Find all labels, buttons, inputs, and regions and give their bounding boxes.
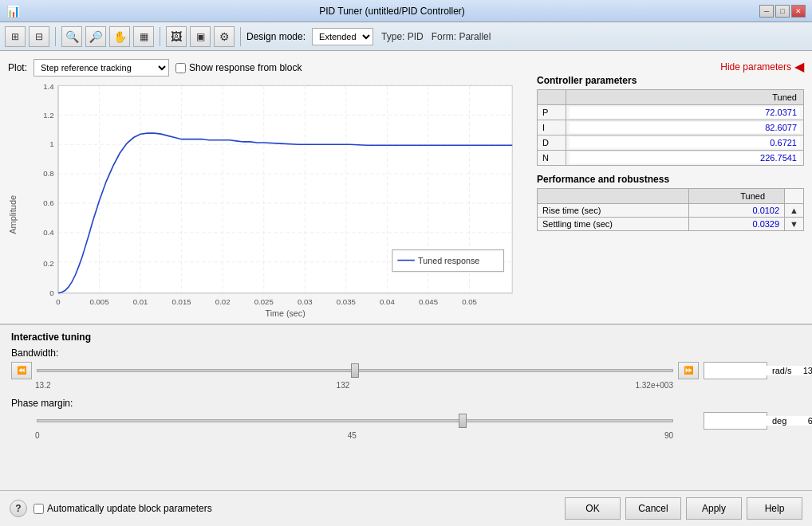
toolbar-btn-open[interactable]: ⊟ xyxy=(29,26,49,47)
toolbar-separator-1 xyxy=(55,27,56,46)
auto-update-label: Automatically update block parameters xyxy=(47,503,212,514)
window-controls: ─ □ ✕ xyxy=(759,5,806,18)
bandwidth-forward-button[interactable]: ⏩ xyxy=(678,362,699,379)
auto-update-checkbox[interactable] xyxy=(34,504,44,514)
phase-margin-slider-row: ▲ ▼ deg xyxy=(11,412,801,430)
controller-params-col-empty xyxy=(538,90,566,105)
plot-type-select[interactable]: Step reference tracking xyxy=(34,59,169,77)
performance-row-value: 0.0102 xyxy=(689,204,785,218)
type-label: Type: PID xyxy=(381,31,424,42)
bandwidth-value-box: ▲ ▼ xyxy=(704,362,767,379)
tuning-area: Interactive tuning Bandwidth: ⏪ ⏩ ▲ ▼ xyxy=(0,324,812,491)
controller-param-value[interactable] xyxy=(566,105,804,120)
svg-text:0: 0 xyxy=(56,297,61,306)
controller-params-table: Tuned P I D N xyxy=(537,89,804,166)
bandwidth-unit: rad/s xyxy=(772,366,801,375)
toolbar-btn-pan[interactable]: ✋ xyxy=(109,26,130,47)
toolbar-btn-zoom-in[interactable]: 🔍 xyxy=(61,26,82,47)
performance-row: Rise time (sec) 0.0102 ▲ xyxy=(538,204,804,218)
chart-wrapper: Amplitude xyxy=(8,81,521,324)
chart-svg: 0 0.2 0.4 0.6 0.8 1 1.2 1.4 0 0.005 0.01… xyxy=(24,81,521,324)
plot-label: Plot: xyxy=(8,62,27,73)
svg-text:Tuned response: Tuned response xyxy=(418,256,479,265)
close-button[interactable]: ✕ xyxy=(791,5,806,18)
performance-row-label: Rise time (sec) xyxy=(538,204,689,218)
cancel-button[interactable]: Cancel xyxy=(625,497,681,520)
maximize-button[interactable]: □ xyxy=(775,5,790,18)
toolbar-separator-3 xyxy=(240,27,241,46)
controller-param-value[interactable] xyxy=(566,120,804,135)
hide-params-arrow-icon: ◀ xyxy=(794,59,804,74)
bandwidth-tick-right: 1.32e+003 xyxy=(635,381,673,390)
chart-container: 0 0.2 0.4 0.6 0.8 1 1.2 1.4 0 0.005 0.01… xyxy=(24,81,521,324)
svg-text:0.045: 0.045 xyxy=(419,297,438,306)
controller-param-label: N xyxy=(538,151,566,166)
phase-margin-tick-left: 0 xyxy=(35,431,40,440)
y-axis-label: Amplitude xyxy=(8,81,24,324)
toolbar-btn-new[interactable]: ⊞ xyxy=(5,26,26,47)
toolbar-btn-grid[interactable]: ▦ xyxy=(133,26,154,47)
controller-param-value[interactable] xyxy=(566,151,804,166)
bandwidth-rewind-button[interactable]: ⏪ xyxy=(11,362,32,379)
hide-params-link[interactable]: Hide parameters ◀ xyxy=(720,59,804,74)
svg-text:0: 0 xyxy=(49,289,54,297)
phase-margin-unit: deg xyxy=(772,416,801,426)
toolbar-btn-zoom-out[interactable]: 🔍 xyxy=(85,26,106,47)
ok-button[interactable]: OK xyxy=(565,497,621,520)
svg-text:1.4: 1.4 xyxy=(43,82,54,91)
phase-margin-slider-track[interactable] xyxy=(37,419,673,422)
svg-text:0.8: 0.8 xyxy=(43,169,53,178)
minimize-button[interactable]: ─ xyxy=(759,5,774,18)
svg-text:0.035: 0.035 xyxy=(337,297,356,306)
svg-text:0.02: 0.02 xyxy=(215,297,231,306)
performance-table: Tuned Rise time (sec) 0.0102 ▲ Settling … xyxy=(537,188,804,231)
phase-margin-label: Phase margin: xyxy=(11,398,801,409)
svg-text:1: 1 xyxy=(49,139,53,148)
performance-row-value: 0.0329 xyxy=(689,218,785,231)
controller-param-value[interactable] xyxy=(566,135,804,151)
performance-title: Performance and robustness xyxy=(537,174,804,185)
design-mode-select[interactable]: Extended Standard xyxy=(312,28,373,45)
plot-controls: Plot: Step reference tracking Show respo… xyxy=(8,59,521,77)
bandwidth-slider-row: ⏪ ⏩ ▲ ▼ rad/s xyxy=(11,362,801,379)
phase-margin-slider-thumb[interactable] xyxy=(459,414,467,428)
toolbar-separator-2 xyxy=(160,27,160,46)
show-response-checkbox[interactable] xyxy=(175,63,186,73)
toolbar-btn-settings[interactable]: ⚙ xyxy=(214,26,235,47)
bandwidth-section: Bandwidth: ⏪ ⏩ ▲ ▼ rad/s xyxy=(11,347,801,390)
phase-margin-section: Phase margin: ▲ ▼ deg xyxy=(11,398,801,440)
bandwidth-tick-left: 13.2 xyxy=(35,381,50,390)
show-response-label: Show response from block xyxy=(189,62,302,73)
bandwidth-tick-mid: 132 xyxy=(337,381,350,390)
controller-params-row: D xyxy=(538,135,804,151)
svg-text:0.04: 0.04 xyxy=(380,297,395,306)
controller-param-label: D xyxy=(538,135,566,151)
controller-param-label: P xyxy=(538,105,566,120)
tuning-title: Interactive tuning xyxy=(11,332,801,343)
toolbar-btn-layout[interactable]: ▣ xyxy=(190,26,211,47)
performance-row-arrow: ▼ xyxy=(785,218,804,231)
help-circle-button[interactable]: ? xyxy=(10,500,27,517)
bandwidth-track xyxy=(37,362,673,379)
hide-params-label: Hide parameters xyxy=(720,61,791,73)
controller-params-row: I xyxy=(538,120,804,135)
controller-params-section: Controller parameters Tuned P I xyxy=(537,75,804,166)
svg-text:Time (sec): Time (sec) xyxy=(265,308,305,318)
phase-margin-tick-mid: 45 xyxy=(348,431,357,440)
phase-margin-ticks: 0 45 90 xyxy=(11,431,801,440)
form-label: Form: Parallel xyxy=(432,31,491,42)
bottom-left: ? Automatically update block parameters xyxy=(10,500,212,517)
performance-row-label: Settling time (sec) xyxy=(538,218,689,231)
help-button[interactable]: Help xyxy=(747,497,802,520)
svg-text:0.6: 0.6 xyxy=(43,198,53,207)
right-panel: Hide parameters ◀ Controller parameters … xyxy=(529,51,812,324)
toolbar-btn-export[interactable]: 🖼 xyxy=(166,26,187,47)
performance-col-tuned: Tuned xyxy=(689,189,785,204)
main-area: Plot: Step reference tracking Show respo… xyxy=(0,51,812,526)
bandwidth-slider-thumb[interactable] xyxy=(351,363,359,378)
bandwidth-slider-track[interactable] xyxy=(37,369,673,372)
apply-button[interactable]: Apply xyxy=(686,497,742,520)
performance-col-empty xyxy=(538,189,689,204)
svg-text:1.2: 1.2 xyxy=(43,111,53,120)
auto-update-container: Automatically update block parameters xyxy=(34,503,212,514)
